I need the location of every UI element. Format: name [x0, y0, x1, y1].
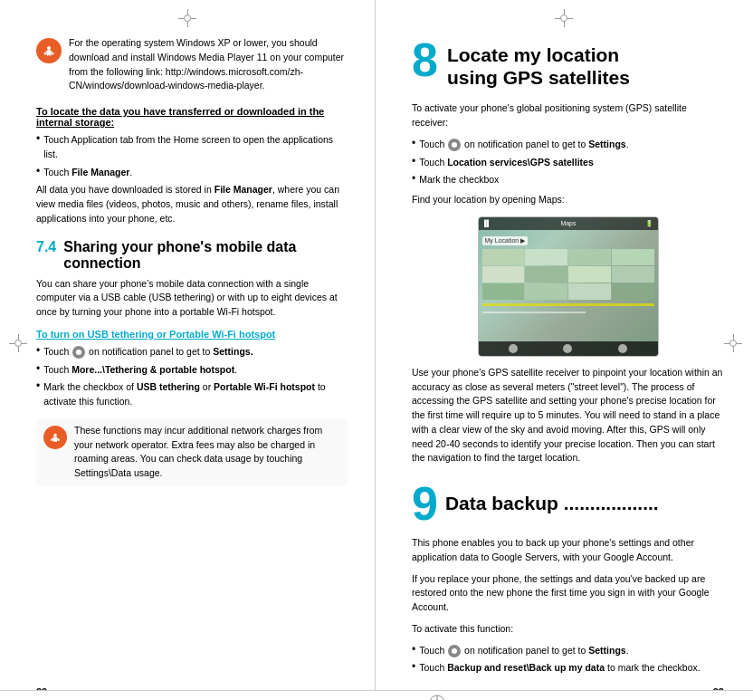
phone-battery: 🔋 [645, 220, 653, 227]
crosshair-top-right [555, 9, 573, 27]
maps-screenshot-inner: ▐▌ Maps 🔋 My Location ▶ [479, 217, 658, 356]
find-maps-text: Find your location by opening Maps: [412, 193, 724, 207]
settings-icon-1 [72, 346, 85, 359]
phone-title: Maps [560, 220, 576, 226]
windows-notice-text: For the operating system Windows XP or l… [69, 36, 348, 93]
bullet-text-settings: Touch on notification panel to get to Se… [43, 345, 253, 360]
map-tile [612, 266, 654, 283]
bullet-dot: • [36, 132, 40, 145]
ch9-b1-dot: • [412, 643, 415, 656]
chapter-9-title: Data backup .................. [445, 493, 659, 514]
crosshair-top-left [178, 9, 196, 27]
notice-icon-2 [43, 426, 67, 449]
ch8-b2-dot: • [412, 155, 415, 168]
bullet-text-app: Touch Application tab from the Home scre… [43, 133, 348, 162]
map-tile [482, 283, 525, 300]
ch9-bullet-1: • Touch on notification panel to get to … [412, 644, 724, 658]
chapter-8-subtitle: using GPS satellites [447, 66, 630, 89]
chapter9-para2: If you replace your phone, the settings … [412, 572, 724, 615]
phone-signal: ▐▌ [482, 220, 491, 226]
phone-top-bar: ▐▌ Maps 🔋 [479, 217, 658, 230]
bullet-touch-settings: • Touch on notification panel to get to … [36, 345, 348, 360]
map-tile [482, 249, 525, 265]
svg-point-0 [47, 46, 51, 50]
internal-storage-title: To locate the data you have transferred … [36, 106, 348, 128]
bullet-file-manager: • Touch File Manager. [36, 166, 348, 180]
page-spread: For the operating system Windows XP or l… [0, 0, 753, 700]
bullet-dot-4: • [36, 362, 40, 375]
crosshair-side-right [724, 334, 742, 352]
phone-btn-2 [563, 344, 572, 353]
bullet-tethering: • Touch More...\Tethering & portable hot… [36, 363, 348, 378]
gps-usage-paragraph: Use your phone's GPS satellite receiver … [412, 366, 724, 465]
chapter9-activate: To activate this function: [412, 622, 724, 637]
map-grid [482, 249, 654, 300]
bullet-text-tethering: Touch More...\Tethering & portable hotsp… [43, 363, 237, 378]
bullet-touch-app: • Touch Application tab from the Home sc… [36, 133, 348, 162]
bullet-dot-2: • [36, 165, 40, 177]
section-74-header: 7.4 Sharing your phone's mobile data con… [36, 239, 348, 272]
section-74-title: Sharing your phone's mobile data connect… [63, 239, 348, 272]
ch8-bullet-2: • Touch Location services\GPS satellites [412, 156, 724, 170]
chapter9-para1: This phone enables you to back up your p… [412, 536, 724, 565]
data-usage-notice-text: These functions may incur additional net… [74, 424, 340, 481]
settings-icon-2 [448, 139, 461, 151]
map-tile [568, 283, 611, 300]
crosshair-side-left [9, 334, 27, 352]
ch8-bullet-1: • Touch on notification panel to get to … [412, 138, 724, 152]
chapter-9-num: 9 [412, 480, 438, 527]
section-74-paragraph: You can share your phone's mobile data c… [36, 277, 348, 320]
windows-notice-box: For the operating system Windows XP or l… [36, 36, 348, 93]
left-page: For the operating system Windows XP or l… [0, 0, 376, 700]
chapter-8-header: 8 Locate my location using GPS satellite… [412, 36, 724, 89]
ch8-b1-text: Touch on notification panel to get to Se… [419, 138, 628, 152]
bullet-dot-5: • [36, 379, 40, 392]
chapter-8-title: Locate my location [447, 43, 630, 66]
svg-point-3 [53, 433, 57, 436]
settings-icon-3 [448, 645, 461, 657]
ch9-b2-text: Touch Backup and reset\Back up my data t… [419, 661, 700, 676]
my-location-label: My Location ▶ [482, 236, 529, 245]
map-tile [568, 266, 611, 283]
ch8-b3-text: Mark the checkbox [419, 173, 499, 187]
map-tile [612, 249, 654, 265]
phone-bottom-bar [479, 341, 658, 356]
chapter-8-title-block: Locate my location using GPS satellites [447, 43, 630, 89]
road-line-2 [482, 312, 586, 313]
ch9-b2-dot: • [412, 660, 415, 673]
road-line [482, 303, 654, 306]
ch8-bullet-3: • Mark the checkbox [412, 173, 724, 187]
notice-icon [36, 38, 62, 63]
chapter-9-header: 9 Data backup .................. [412, 480, 724, 527]
map-tile [568, 249, 611, 265]
map-tile [525, 249, 567, 265]
map-tile [482, 266, 525, 283]
internal-storage-section: To locate the data you have transferred … [36, 106, 348, 226]
maps-screenshot: ▐▌ Maps 🔋 My Location ▶ [478, 216, 659, 357]
bullet-usb-wifi: • Mark the checkbox of USB tethering or … [36, 380, 348, 409]
ch8-b3-dot: • [412, 172, 415, 185]
section-num: 7.4 [36, 239, 56, 255]
footer: IP4582_6033A_QG_Eng_USA_03_130423.indd 2… [0, 690, 753, 700]
map-tile [525, 283, 567, 300]
bullet-text-fm: Touch File Manager. [43, 166, 132, 180]
ch9-bullet-2: • Touch Backup and reset\Back up my data… [412, 661, 724, 676]
svg-point-5 [57, 438, 60, 441]
ch8-b1-dot: • [412, 137, 415, 149]
ch8-b2-text: Touch Location services\GPS satellites [419, 156, 594, 170]
chapter-8-num: 8 [412, 36, 438, 83]
file-manager-paragraph: All data you have downloaded is stored i… [36, 183, 348, 225]
chapter8-intro: To activate your phone's global position… [412, 101, 724, 130]
phone-btn-1 [509, 344, 518, 353]
section-74: 7.4 Sharing your phone's mobile data con… [36, 239, 348, 486]
ch9-b1-text: Touch on notification panel to get to Se… [419, 644, 628, 658]
usb-tethering-title: To turn on USB tethering or Portable Wi-… [36, 329, 348, 340]
phone-map-content: My Location ▶ [479, 230, 658, 317]
data-usage-notice: These functions may incur additional net… [36, 418, 348, 486]
right-page: 8 Locate my location using GPS satellite… [376, 0, 751, 700]
bullet-text-usb: Mark the checkbox of USB tethering or Po… [43, 380, 348, 409]
footer-center [428, 694, 446, 700]
svg-point-2 [52, 53, 54, 55]
bullet-dot-3: • [36, 344, 40, 357]
svg-point-4 [51, 438, 53, 441]
